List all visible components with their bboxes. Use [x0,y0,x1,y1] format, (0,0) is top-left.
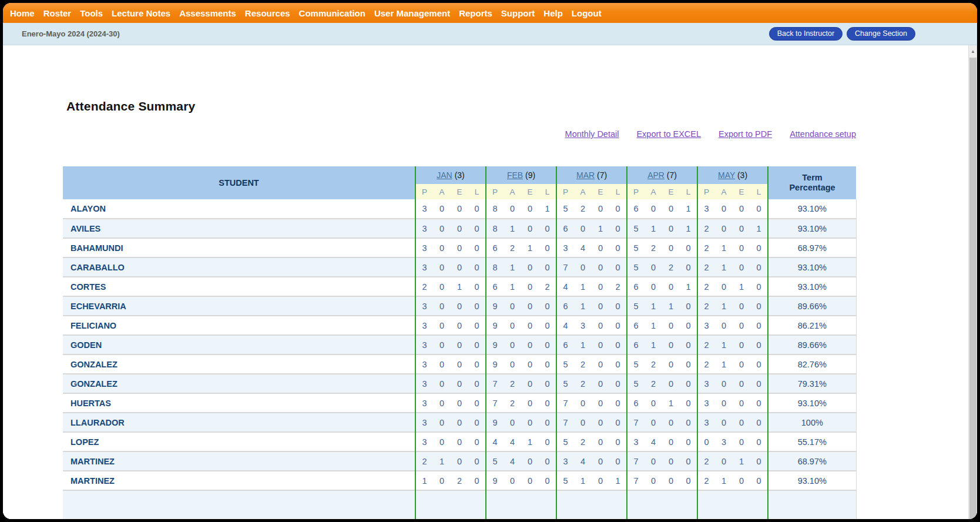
month-link-jan[interactable]: JAN [437,170,452,180]
attendance-count: 0 [539,374,556,393]
back-to-instructor-button[interactable]: Back to Instructor [769,27,843,41]
term-percentage-header: TermPercentage [768,166,856,199]
attendance-count: 7 [556,393,574,413]
attendance-count: 0 [468,296,486,316]
attendance-count: 0 [433,354,451,374]
attendance-count: 2 [662,257,680,277]
nav-item-home[interactable]: Home [10,8,35,18]
attendance-count: 0 [521,199,539,219]
attendance-count: 0 [645,257,662,277]
nav-item-assessments[interactable]: Assessments [179,8,236,18]
attendance-count: 3 [415,413,433,432]
month-link-apr[interactable]: APR [647,170,664,180]
month-header-jan: JAN (3) [415,166,486,184]
attendance-count: 0 [697,432,715,451]
attendance-count: 0 [662,335,680,354]
attendance-count: 0 [539,393,556,413]
attendance-count [662,490,680,519]
attendance-count: 5 [627,238,645,257]
attendance-count: 4 [574,451,592,471]
attendance-count: 9 [486,354,504,374]
attendance-count: 0 [521,393,539,413]
nav-item-help[interactable]: Help [543,8,563,18]
attendance-count: 5 [556,199,574,219]
scrollbar-thumb[interactable] [969,58,976,519]
attendance-count [645,490,662,519]
attendance-count: 0 [733,296,750,316]
attendance-count: 0 [733,471,750,490]
subcol-jan-a: A [433,184,451,199]
attendance-count: 0 [680,238,697,257]
term-header-line2: Percentage [768,183,856,193]
attendance-count: 0 [750,316,768,335]
attendance-count: 6 [486,277,504,296]
nav-item-logout[interactable]: Logout [572,8,602,18]
attendance-count: 0 [521,277,539,296]
attendance-count: 1 [680,277,697,296]
attendance-count: 2 [697,238,715,257]
nav-item-support[interactable]: Support [501,8,535,18]
attendance-count: 0 [680,316,697,335]
attendance-count: 0 [521,219,539,238]
link-monthly-detail[interactable]: Monthly Detail [565,129,619,139]
attendance-count: 1 [574,471,592,490]
attendance-count [609,490,627,519]
term-percentage-value: 93.10% [768,471,856,490]
attendance-count: 0 [468,374,486,393]
nav-item-user-management[interactable]: User Management [374,8,450,18]
attendance-count: 7 [627,451,645,471]
attendance-count: 0 [521,316,539,335]
month-link-mar[interactable]: MAR [576,170,595,180]
section-title: Enero-Mayo 2024 (2024-30) [22,29,120,38]
link-export-to-excel[interactable]: Export to EXCEL [636,129,701,139]
attendance-count: 6 [486,238,504,257]
change-section-button[interactable]: Change Section [847,27,915,41]
vertical-scrollbar[interactable]: ▲ [968,45,977,519]
subcol-may-e: E [733,184,750,199]
attendance-count: 0 [609,413,627,432]
attendance-count: 5 [627,354,645,374]
attendance-count: 9 [486,413,504,432]
attendance-count: 0 [715,451,733,471]
attendance-count: 1 [645,219,662,238]
attendance-count: 3 [697,413,715,432]
attendance-count: 0 [662,199,680,219]
attendance-count: 0 [592,451,609,471]
student-name: GODEN [63,335,415,354]
link-export-to-pdf[interactable]: Export to PDF [719,129,772,139]
attendance-count: 0 [750,393,768,413]
attendance-count: 0 [609,219,627,238]
attendance-count: 0 [521,335,539,354]
nav-item-tools[interactable]: Tools [80,8,103,18]
attendance-count: 0 [539,471,556,490]
attendance-count: 0 [592,335,609,354]
nav-item-lecture-notes[interactable]: Lecture Notes [112,8,170,18]
student-name: ALAYON [63,199,415,219]
attendance-count: 0 [715,277,733,296]
nav-item-roster[interactable]: Roster [43,8,72,18]
attendance-count: 0 [539,238,556,257]
attendance-count: 2 [697,277,715,296]
nav-item-resources[interactable]: Resources [245,8,290,18]
nav-item-reports[interactable]: Reports [459,8,492,18]
attendance-count: 2 [645,238,662,257]
app-window: HomeRosterToolsLecture NotesAssessmentsR… [3,3,977,519]
nav-item-communication[interactable]: Communication [299,8,365,18]
term-percentage-value: 100% [768,413,856,432]
attendance-count: 0 [539,354,556,374]
attendance-count: 0 [680,335,697,354]
attendance-count: 0 [609,238,627,257]
attendance-count: 0 [662,354,680,374]
term-percentage-value: 93.10% [768,257,856,277]
attendance-count: 3 [415,374,433,393]
month-link-may[interactable]: MAY [718,170,735,180]
attendance-count: 0 [680,413,697,432]
attendance-count: 0 [451,238,468,257]
link-attendance-setup[interactable]: Attendance setup [790,129,856,139]
attendance-count: 3 [415,296,433,316]
attendance-count: 0 [468,393,486,413]
term-header-line1: Term [768,173,856,183]
scrollbar-up-arrow-icon[interactable]: ▲ [969,45,977,57]
student-row: HUERTAS3000720070006010300093.10% [63,393,856,413]
month-link-feb[interactable]: FEB [507,170,523,180]
